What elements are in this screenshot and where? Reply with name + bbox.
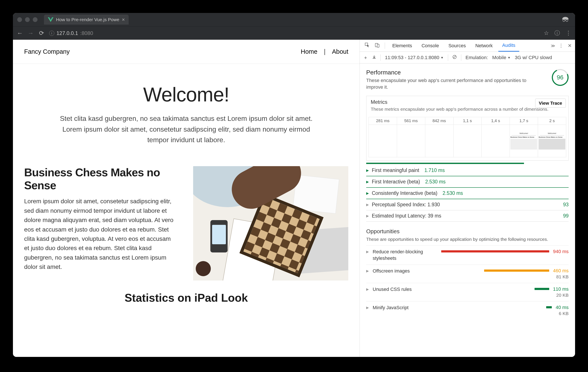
performance-score: 96: [549, 67, 571, 88]
expand-icon: ▶: [366, 203, 369, 207]
expand-icon: ▶: [366, 268, 369, 273]
download-report-icon[interactable]: [372, 55, 376, 60]
opp-minify-js[interactable]: ▶ Minify JavaScript 40 ms6 KB: [366, 301, 569, 319]
minimize-dot-icon[interactable]: [25, 17, 30, 22]
opportunity-bar: [484, 270, 549, 272]
devtools-close-icon[interactable]: ✕: [568, 43, 572, 49]
browser-window: How to Pre-render Vue.js Powe × ← → ⟳ i …: [13, 13, 575, 357]
url-port: :8080: [80, 30, 93, 36]
address-bar: ← → ⟳ i 127.0.0.1:8080 ☆ ⓘ ⋮: [13, 26, 575, 40]
opportunities-section: Opportunities These are opportunities to…: [366, 228, 569, 319]
forward-button[interactable]: →: [28, 30, 34, 37]
browser-menu-icon[interactable]: ⋮: [566, 30, 571, 36]
site-navbar: Fancy Company Home | About: [13, 40, 359, 64]
site-info-icon[interactable]: i: [49, 31, 54, 36]
device-toolbar-icon[interactable]: [373, 43, 381, 49]
report-selector[interactable]: 11:09:53 - 127.0.0.1:8080 ▼: [385, 55, 444, 60]
metric-consistently-interactive[interactable]: ▶ Consistently Interactive (beta) 2.530 …: [366, 188, 569, 199]
expand-icon: ▶: [366, 305, 369, 310]
browser-tab[interactable]: How to Pre-render Vue.js Powe ×: [44, 15, 129, 25]
tab-console[interactable]: Console: [418, 40, 443, 52]
page-info-icon[interactable]: ⓘ: [554, 29, 560, 37]
back-button[interactable]: ←: [17, 30, 23, 37]
metric-input-latency[interactable]: ▶ Estimated Input Latency: 39 ms 99: [366, 210, 569, 222]
metric-first-interactive[interactable]: ▶ First Interactive (beta) 2.530 ms: [366, 176, 569, 188]
maximize-dot-icon[interactable]: [33, 17, 38, 22]
audits-report: Performance These encapsulate your web a…: [360, 64, 575, 357]
bookmark-star-icon[interactable]: ☆: [544, 30, 549, 36]
svg-rect-5: [377, 44, 379, 47]
network-throttle[interactable]: 3G w/ CPU slowd: [515, 55, 552, 60]
new-audit-icon[interactable]: ＋: [363, 54, 368, 61]
url-display[interactable]: i 127.0.0.1:8080: [49, 30, 93, 36]
url-host: 127.0.0.1: [56, 30, 78, 36]
tab-elements[interactable]: Elements: [388, 40, 416, 52]
tab-title: How to Pre-render Vue.js Powe: [56, 17, 119, 22]
expand-icon: ▶: [366, 249, 369, 254]
audits-toolbar: ＋ 11:09:53 - 127.0.0.1:8080 ▼ Emulation:…: [360, 52, 575, 64]
nav-separator: |: [324, 48, 326, 55]
opportunity-bar: [441, 250, 549, 252]
view-trace-button[interactable]: View Trace: [535, 98, 566, 108]
overflow-tabs-icon[interactable]: ≫: [551, 43, 554, 48]
inspect-element-icon[interactable]: [363, 43, 371, 49]
tab-strip: How to Pre-render Vue.js Powe ×: [13, 13, 575, 26]
filmstrip: 281 ms 561 ms 842 ms 1,1 s 1,4 s 1,7 sWe…: [367, 115, 568, 160]
nav-link-about[interactable]: About: [332, 48, 348, 55]
article-heading: Business Chess Makes no Sense: [24, 166, 184, 192]
content-area: Fancy Company Home | About Welcome! Stet…: [13, 40, 575, 357]
devtools-menu-icon[interactable]: ⋮: [559, 43, 563, 49]
close-tab-icon[interactable]: ×: [122, 17, 125, 23]
opp-render-blocking[interactable]: ▶ Reduce render-blocking stylesheets 940…: [366, 245, 569, 264]
tab-network[interactable]: Network: [471, 40, 497, 52]
expand-icon: ▶: [366, 214, 369, 218]
desktop-background: How to Pre-render Vue.js Powe × ← → ⟳ i …: [0, 0, 588, 372]
reload-button[interactable]: ⟳: [38, 30, 44, 37]
metric-fmp[interactable]: ▶ First meaningful paint 1.710 ms: [366, 165, 569, 176]
next-article-heading: Statistics on iPad Look: [13, 281, 359, 304]
emulation-selector[interactable]: Mobile ▼: [492, 55, 511, 60]
devtools-tabbar: Elements Console Sources Network Audits …: [360, 40, 575, 52]
vue-favicon-icon: [48, 17, 53, 22]
opp-unused-css[interactable]: ▶ Unused CSS rules 110 ms20 KB: [366, 283, 569, 301]
expand-icon: ▶: [366, 180, 369, 184]
svg-line-7: [453, 56, 456, 58]
opportunity-bar: [535, 288, 549, 290]
tab-audits[interactable]: Audits: [498, 40, 519, 52]
opportunities-heading: Opportunities: [366, 228, 569, 235]
tab-sources[interactable]: Sources: [444, 40, 470, 52]
opportunities-desc: These are opportunities to speed up your…: [366, 236, 569, 242]
expand-icon: ▶: [366, 168, 369, 172]
article-image: [193, 166, 348, 281]
nav-link-home[interactable]: Home: [301, 48, 317, 55]
clear-icon[interactable]: [452, 55, 457, 60]
svg-rect-2: [565, 20, 566, 21]
article-paragraph: Lorem ipsum dolor sit amet, consetetur s…: [24, 197, 175, 272]
metric-speed-index[interactable]: ▶ Perceptual Speed Index: 1.930 93: [366, 199, 569, 210]
devtools-panel: Elements Console Sources Network Audits …: [359, 40, 575, 357]
rendered-page: Fancy Company Home | About Welcome! Stet…: [13, 40, 359, 357]
close-dot-icon[interactable]: [17, 17, 22, 22]
hero-heading: Welcome!: [56, 83, 316, 106]
brand-logo[interactable]: Fancy Company: [24, 48, 70, 55]
opportunity-bar: [546, 306, 552, 308]
metrics-card: View Trace Metrics These metrics encapsu…: [366, 96, 569, 161]
window-controls[interactable]: [17, 17, 38, 22]
expand-icon: ▶: [366, 191, 369, 195]
opp-offscreen-images[interactable]: ▶ Offscreen images 460 ms81 KB: [366, 264, 569, 283]
hero-section: Welcome! Stet clita kasd gubergren, no s…: [13, 64, 359, 158]
expand-icon: ▶: [366, 286, 369, 291]
emulation-label: Emulation:: [466, 55, 488, 60]
article-section: Business Chess Makes no Sense Lorem ipsu…: [13, 158, 359, 281]
incognito-icon: [561, 16, 569, 23]
timeline-bar: [366, 163, 524, 164]
svg-point-1: [566, 19, 568, 22]
svg-point-0: [563, 19, 565, 22]
performance-heading: Performance: [366, 69, 530, 76]
hero-paragraph: Stet clita kasd gubergren, no sea takima…: [56, 113, 316, 145]
performance-desc: These encapsulate your web app's current…: [366, 77, 530, 91]
